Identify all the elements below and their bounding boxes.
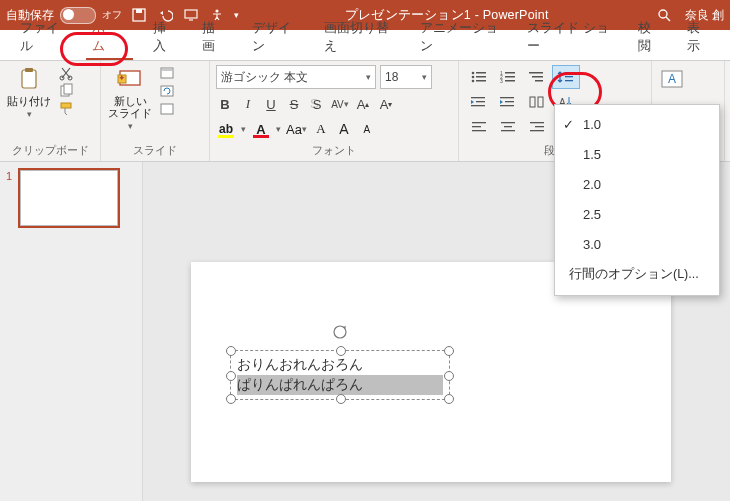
format-painter-icon[interactable] [58, 101, 74, 117]
font-grow2-button[interactable]: A [335, 119, 353, 139]
svg-rect-26 [505, 72, 515, 74]
svg-rect-37 [471, 97, 485, 98]
tab-view[interactable]: 表示 [675, 13, 722, 60]
textbox-icon[interactable]: A [658, 65, 686, 93]
svg-rect-18 [161, 104, 173, 114]
shadow-button[interactable]: SS [308, 94, 326, 114]
group-label-slides: スライド [107, 143, 203, 159]
thumbnail-number: 1 [6, 170, 16, 226]
textbox-line-1[interactable]: おりんおれんおろん [237, 355, 443, 375]
svg-rect-51 [501, 130, 515, 131]
layout-icon[interactable] [159, 65, 175, 81]
columns-button[interactable] [523, 90, 551, 114]
resize-handle-ne[interactable] [444, 346, 454, 356]
font-size-value: 18 [385, 70, 398, 84]
align-center-button[interactable] [494, 115, 522, 139]
resize-handle-nw[interactable] [226, 346, 236, 356]
new-slide-icon: ✦ [116, 65, 144, 93]
copy-icon[interactable] [58, 83, 74, 99]
svg-rect-20 [476, 72, 486, 74]
svg-rect-52 [530, 122, 544, 123]
selected-textbox[interactable]: おりんおれんおろん ぱりんぱれんぱろん [230, 350, 450, 400]
underline-button[interactable]: U [262, 94, 280, 114]
char-spacing-button[interactable]: AV▾ [331, 94, 349, 114]
svg-rect-5 [22, 70, 36, 88]
resize-handle-s[interactable] [336, 394, 346, 404]
grow-font-button[interactable]: A▴ [354, 94, 372, 114]
new-slide-label: 新しい スライド [108, 95, 152, 119]
svg-rect-11 [61, 103, 71, 108]
section-icon[interactable] [159, 101, 175, 117]
bullets-button[interactable] [465, 65, 493, 89]
textbox-line-2-selected[interactable]: ぱりんぱれんぱろん [237, 375, 443, 395]
svg-rect-34 [565, 72, 573, 73]
line-spacing-button[interactable] [552, 65, 580, 89]
svg-point-23 [472, 80, 475, 83]
line-spacing-3-0[interactable]: 3.0 [555, 229, 719, 259]
svg-rect-33 [535, 80, 543, 82]
tab-insert[interactable]: 挿入 [141, 13, 188, 60]
svg-rect-48 [472, 130, 486, 131]
font-shrink2-button[interactable]: A [358, 119, 376, 139]
font-color-button[interactable]: A [251, 120, 271, 138]
bold-button[interactable]: B [216, 94, 234, 114]
ribbon-tabs: ファイル ホーム 挿入 描画 デザイン 画面切り替え アニメーション スライド … [0, 30, 730, 61]
svg-rect-32 [532, 76, 543, 78]
line-spacing-2-5[interactable]: 2.5 [555, 199, 719, 229]
tab-draw[interactable]: 描画 [190, 13, 237, 60]
reset-icon[interactable] [159, 83, 175, 99]
tab-file[interactable]: ファイル [8, 13, 78, 60]
svg-rect-16 [162, 69, 172, 71]
resize-handle-w[interactable] [226, 371, 236, 381]
resize-handle-e[interactable] [444, 371, 454, 381]
resize-handle-se[interactable] [444, 394, 454, 404]
decrease-indent-button[interactable] [465, 90, 493, 114]
increase-indent-button[interactable] [494, 90, 522, 114]
strike-button[interactable]: S [285, 94, 303, 114]
chevron-down-icon: ▾ [276, 124, 281, 134]
numbering-button[interactable]: 123 [494, 65, 522, 89]
svg-rect-44 [538, 97, 543, 107]
indent-list-button[interactable] [523, 65, 551, 89]
svg-text:✦: ✦ [118, 73, 126, 83]
new-slide-button[interactable]: ✦ 新しい スライド ▾ [107, 65, 153, 131]
highlight-color-button[interactable]: ab [216, 120, 236, 138]
svg-rect-40 [500, 97, 514, 98]
change-case-button[interactable]: Aa▾ [286, 119, 307, 139]
resize-handle-n[interactable] [336, 346, 346, 356]
clear-format-button[interactable]: A [312, 119, 330, 139]
line-spacing-1-0[interactable]: 1.0 [555, 109, 719, 139]
line-spacing-1-5[interactable]: 1.5 [555, 139, 719, 169]
resize-handle-sw[interactable] [226, 394, 236, 404]
paste-button[interactable]: 貼り付け ▾ [6, 65, 52, 119]
thumbnail-preview [20, 170, 118, 226]
rotate-handle-icon[interactable] [332, 324, 348, 340]
tab-slideshow[interactable]: スライド ショー [515, 13, 624, 60]
chevron-down-icon: ▾ [241, 124, 246, 134]
font-name-combo[interactable]: 游ゴシック 本文▾ [216, 65, 376, 89]
svg-rect-38 [476, 101, 485, 102]
svg-rect-54 [530, 130, 544, 131]
shrink-font-button[interactable]: A▾ [377, 94, 395, 114]
line-spacing-options[interactable]: 行間のオプション(L)... [555, 259, 719, 289]
thumbnail-1[interactable]: 1 [6, 170, 136, 226]
group-label-clipboard: クリップボード [6, 143, 94, 159]
paste-label: 貼り付け [7, 95, 51, 107]
align-left-button[interactable] [465, 115, 493, 139]
svg-rect-31 [529, 72, 543, 74]
line-spacing-2-0[interactable]: 2.0 [555, 169, 719, 199]
font-name-value: 游ゴシック 本文 [221, 69, 308, 86]
tab-home[interactable]: ホーム [80, 13, 139, 60]
tab-animations[interactable]: アニメーション [408, 13, 513, 60]
svg-rect-50 [504, 126, 512, 127]
tab-review[interactable]: 校閲 [626, 13, 673, 60]
svg-rect-43 [530, 97, 535, 107]
italic-button[interactable]: I [239, 94, 257, 114]
textbox-frame[interactable]: おりんおれんおろん ぱりんぱれんぱろん [230, 350, 450, 400]
tab-design[interactable]: デザイン [240, 13, 310, 60]
group-slides: ✦ 新しい スライド ▾ スライド [101, 61, 210, 161]
cut-icon[interactable] [58, 65, 74, 81]
tab-transitions[interactable]: 画面切り替え [312, 13, 406, 60]
align-right-button[interactable] [523, 115, 551, 139]
font-size-combo[interactable]: 18▾ [380, 65, 432, 89]
